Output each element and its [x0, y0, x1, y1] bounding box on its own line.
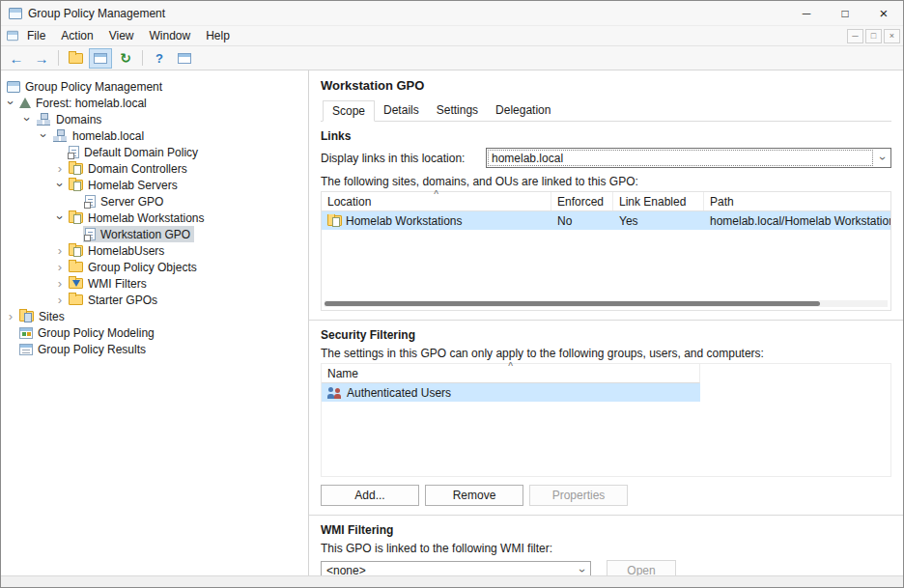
security-filtering-heading: Security Filtering — [321, 328, 891, 342]
status-bar — [1, 575, 903, 587]
column-enforced[interactable]: Enforced — [551, 192, 613, 210]
back-button[interactable]: ← — [5, 48, 28, 69]
wmi-filtering-heading: WMI Filtering — [321, 523, 891, 537]
chevron-expanded-icon[interactable]: › — [20, 113, 35, 126]
console-icon — [7, 31, 18, 41]
sites-icon — [19, 311, 34, 322]
tab-scope[interactable]: Scope — [323, 100, 375, 122]
ou-icon — [327, 215, 342, 226]
toolbar-separator — [58, 50, 59, 66]
child-close-button[interactable]: × — [884, 29, 900, 43]
menu-file[interactable]: File — [19, 27, 53, 44]
open-button[interactable]: Open — [607, 560, 676, 575]
tree-item-group-policy-modeling[interactable]: Group Policy Modeling — [1, 324, 308, 341]
tree-item-label: homelab.local — [72, 129, 144, 143]
chevron-expanded-icon[interactable]: › — [4, 97, 18, 110]
tree-item-group-policy-management[interactable]: Group Policy Management — [1, 78, 308, 95]
ou-icon — [69, 212, 83, 223]
tree-item-domains[interactable]: › Domains — [1, 111, 308, 127]
tree-item-homelabusers[interactable]: › HomelabUsers — [1, 242, 308, 259]
column-location[interactable]: Location^ — [322, 192, 551, 210]
properties-button[interactable]: Properties — [529, 485, 628, 506]
column-path[interactable]: Path — [704, 192, 890, 210]
refresh-button[interactable]: ↻ — [114, 48, 137, 69]
column-link-enabled[interactable]: Link Enabled — [613, 192, 704, 210]
chevron-down-icon[interactable]: › — [874, 149, 890, 167]
chevron-collapsed-icon[interactable]: › — [53, 161, 67, 176]
tree-item-homelab-workstations[interactable]: › Homelab Workstations — [1, 210, 308, 226]
links-table-row[interactable]: Homelab Workstations No Yes homelab.loca… — [322, 211, 890, 230]
forward-button[interactable]: → — [30, 48, 53, 69]
tree-item-wmi-filters[interactable]: › WMI Filters — [1, 275, 308, 292]
tree-item-label: Group Policy Objects — [88, 261, 197, 274]
tree-item-server-gpo[interactable]: Server GPO — [1, 193, 308, 210]
chevron-expanded-icon[interactable]: › — [53, 179, 68, 192]
tree-item-group-policy-objects[interactable]: › Group Policy Objects — [1, 259, 308, 275]
results-icon — [19, 344, 33, 355]
tree-item-label: Sites — [39, 310, 65, 323]
tab-delegation[interactable]: Delegation — [487, 100, 559, 122]
tree-item-sites[interactable]: › Sites — [1, 308, 308, 324]
tree-item-workstation-gpo[interactable]: Workstation GPO — [1, 226, 308, 242]
help-button[interactable]: ? — [148, 48, 171, 69]
column-name[interactable]: Name^ — [322, 364, 700, 383]
horizontal-scrollbar[interactable] — [325, 300, 888, 307]
tree-item-homelab-servers[interactable]: › Homelab Servers — [1, 177, 308, 193]
child-minimize-button[interactable]: ─ — [847, 29, 863, 43]
window-title: Group Policy Management — [28, 7, 165, 20]
scrollbar-thumb[interactable] — [325, 301, 820, 306]
add-button[interactable]: Add... — [321, 485, 419, 506]
tree-item-forest-homelab-local[interactable]: › Forest: homelab.local — [1, 95, 308, 111]
tab-details[interactable]: Details — [375, 100, 428, 122]
console-icon — [7, 81, 20, 93]
toolbar-separator — [142, 50, 143, 66]
domain-icon — [52, 129, 68, 142]
display-links-label: Display links in this location: — [321, 152, 465, 165]
chevron-collapsed-icon[interactable]: › — [53, 243, 67, 258]
links-heading: Links — [321, 129, 891, 143]
chevron-expanded-icon[interactable]: › — [53, 211, 68, 225]
chevron-expanded-icon[interactable]: › — [37, 129, 51, 143]
tree-item-homelab-local[interactable]: › homelab.local — [1, 127, 308, 144]
forest-icon — [19, 98, 31, 108]
tab-settings[interactable]: Settings — [428, 100, 487, 122]
remove-button[interactable]: Remove — [425, 485, 523, 506]
close-button[interactable]: × — [864, 1, 903, 25]
section-divider — [309, 320, 903, 321]
link-enabled-cell: Yes — [613, 214, 704, 228]
chevron-collapsed-icon[interactable]: › — [53, 260, 67, 274]
menu-view[interactable]: View — [101, 27, 142, 44]
main-area: Group Policy Management › Forest: homela… — [1, 70, 903, 575]
ou-icon — [69, 163, 83, 174]
chevron-collapsed-icon[interactable]: › — [4, 309, 17, 323]
chevron-collapsed-icon[interactable]: › — [53, 276, 67, 291]
gpo-icon — [85, 195, 96, 208]
wmi-filter-combobox[interactable]: <none> › — [321, 561, 591, 576]
chevron-collapsed-icon[interactable]: › — [53, 293, 67, 307]
domains-icon — [36, 113, 51, 126]
links-table: Location^ Enforced Link Enabled Path Hom… — [321, 191, 891, 311]
tree-item-group-policy-results[interactable]: Group Policy Results — [1, 341, 308, 357]
menu-window[interactable]: Window — [142, 27, 199, 44]
chevron-down-icon[interactable]: › — [574, 562, 590, 576]
maximize-button[interactable]: □ — [826, 1, 864, 25]
toolbar: ← → ↻ ? — [1, 46, 903, 70]
tree-item-label: WMI Filters — [88, 277, 147, 291]
console-tree-icon — [94, 53, 107, 64]
child-restore-button[interactable]: □ — [865, 29, 882, 43]
minimize-button[interactable]: ─ — [787, 1, 826, 25]
location-combobox[interactable]: homelab.local › — [486, 148, 891, 168]
console-tree-toggle-button[interactable] — [89, 48, 112, 69]
console-tree-pane: Group Policy Management › Forest: homela… — [1, 70, 309, 575]
security-table-row[interactable]: Authenticated Users — [322, 383, 700, 402]
tree-item-label: Homelab Servers — [88, 179, 178, 192]
menu-action[interactable]: Action — [53, 27, 100, 44]
export-list-button[interactable] — [173, 48, 196, 69]
links-table-header: Location^ Enforced Link Enabled Path — [322, 192, 890, 211]
tree-item-domain-controllers[interactable]: › Domain Controllers — [1, 160, 308, 177]
up-level-button[interactable] — [64, 48, 87, 69]
tree-item-default-domain-policy[interactable]: Default Domain Policy — [1, 144, 308, 160]
tree-item-label: Domain Controllers — [88, 162, 187, 176]
menu-help[interactable]: Help — [198, 27, 238, 44]
tree-item-starter-gpos[interactable]: › Starter GPOs — [1, 292, 308, 308]
